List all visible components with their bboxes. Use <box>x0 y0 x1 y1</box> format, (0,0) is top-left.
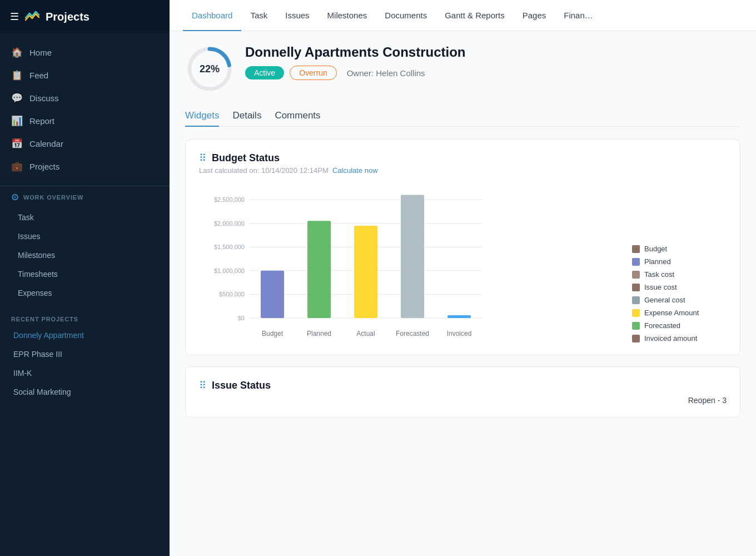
chart-legend: BudgetPlannedTask costIssue costGeneral … <box>632 239 727 342</box>
work-overview-milestones[interactable]: Milestones <box>0 246 170 265</box>
nav-milestones[interactable]: Milestones <box>319 0 376 31</box>
svg-text:$500,000: $500,000 <box>219 291 245 297</box>
main-content: DashboardTaskIssuesMilestonesDocumentsGa… <box>170 0 756 556</box>
nav-task[interactable]: Task <box>241 0 276 31</box>
tab-widgets[interactable]: Widgets <box>185 106 219 127</box>
progress-ring: 22% <box>185 44 234 93</box>
overrun-badge: Overrun <box>290 66 337 80</box>
budget-status-subtitle: Last calculated on: 10/14/2020 12:14PM C… <box>199 166 727 175</box>
sidebar-item-report[interactable]: 📊Report <box>0 110 170 132</box>
work-overview-label: WORK OVERVIEW <box>23 194 83 201</box>
legend-forecasted: Forecasted <box>632 321 727 330</box>
logo-icon <box>24 9 40 24</box>
svg-text:Invoiced: Invoiced <box>447 330 472 337</box>
recent-projects-section: RECENT PROJECTS Donnely AppartmentEPR Ph… <box>0 308 170 401</box>
recent-project-donnely-appartment[interactable]: Donnely Appartment <box>0 326 170 345</box>
work-overview-expenses[interactable]: Expenses <box>0 284 170 302</box>
owner-label: Owner: Helen Collins <box>347 68 425 78</box>
legend-general-cost: General cost <box>632 296 727 304</box>
nav-pages[interactable]: Pages <box>514 0 555 31</box>
sidebar-item-home[interactable]: 🏠Home <box>0 41 170 64</box>
work-overview-header: ⊙ WORK OVERVIEW <box>0 186 170 208</box>
tab-comments[interactable]: Comments <box>275 106 320 127</box>
sidebar: ☰ Projects 🏠Home📋Feed💬Discuss📊Report📅Cal… <box>0 0 170 556</box>
issue-status-header: ⠿ Issue Status <box>199 379 727 391</box>
recent-projects-label: RECENT PROJECTS <box>0 308 170 326</box>
svg-text:Actual: Actual <box>356 330 375 337</box>
budget-status-title: Budget Status <box>212 152 280 164</box>
reopen-label: Reopen - 3 <box>688 396 727 405</box>
issue-status-widget: ⠿ Issue Status Reopen - 3 <box>185 366 740 418</box>
sidebar-item-calendar[interactable]: 📅Calendar <box>0 132 170 155</box>
project-info: Donnelly Apartments Construction Active … <box>245 44 740 80</box>
svg-text:Planned: Planned <box>307 330 331 337</box>
sidebar-item-feed[interactable]: 📋Feed <box>0 64 170 87</box>
legend-expense-amount: Expense Amount <box>632 309 727 317</box>
recent-project-iim-k[interactable]: IIM-K <box>0 364 170 383</box>
svg-text:Budget: Budget <box>262 330 284 337</box>
budget-status-header: ⠿ Budget Status <box>199 152 727 164</box>
sidebar-nav: 🏠Home📋Feed💬Discuss📊Report📅Calendar💼Proje… <box>0 33 170 186</box>
issue-status-title: Issue Status <box>212 380 271 391</box>
svg-text:$1,000,000: $1,000,000 <box>214 267 245 274</box>
sidebar-item-discuss[interactable]: 💬Discuss <box>0 87 170 110</box>
project-header: 22% Donnelly Apartments Construction Act… <box>185 44 740 93</box>
svg-rect-14 <box>261 271 284 318</box>
legend-task-cost: Task cost <box>632 270 727 279</box>
nav-finan[interactable]: Finan… <box>555 0 602 31</box>
nav-documents[interactable]: Documents <box>376 0 436 31</box>
budget-chart-area: $2,500,000$2,000,000$1,500,000$1,000,000… <box>199 185 615 342</box>
budget-chart-container: $2,500,000$2,000,000$1,500,000$1,000,000… <box>199 185 727 342</box>
legend-planned: Planned <box>632 257 727 266</box>
project-title: Donnelly Apartments Construction <box>245 44 740 60</box>
project-badges: Active Overrun Owner: Helen Collins <box>245 66 740 80</box>
legend-issue-cost: Issue cost <box>632 283 727 291</box>
content-area: 22% Donnelly Apartments Construction Act… <box>170 31 756 556</box>
svg-text:$0: $0 <box>238 315 245 321</box>
sub-tabs: Widgets Details Comments <box>185 106 740 127</box>
sidebar-header: ☰ Projects <box>0 0 170 33</box>
nav-gantt-&-reports[interactable]: Gantt & Reports <box>436 0 514 31</box>
active-badge: Active <box>245 66 284 80</box>
svg-text:$2,000,000: $2,000,000 <box>214 220 245 227</box>
svg-text:$2,500,000: $2,500,000 <box>214 196 245 203</box>
svg-rect-20 <box>401 195 424 318</box>
svg-rect-18 <box>354 226 377 318</box>
grid-icon: ⠿ <box>199 152 206 164</box>
hamburger-icon[interactable]: ☰ <box>10 11 19 23</box>
legend-budget: Budget <box>632 245 727 253</box>
legend-invoiced-amount: Invoiced amount <box>632 334 727 342</box>
recent-project-social-marketing[interactable]: Social Marketing <box>0 383 170 401</box>
sidebar-title: Projects <box>46 11 89 23</box>
nav-issues[interactable]: Issues <box>276 0 318 31</box>
calculate-now-link[interactable]: Calculate now <box>332 166 378 175</box>
work-overview-timesheets[interactable]: Timesheets <box>0 265 170 284</box>
nav-dashboard[interactable]: Dashboard <box>183 0 241 31</box>
progress-percent: 22 <box>200 63 211 75</box>
recent-project-epr-phase-iii[interactable]: EPR Phase III <box>0 345 170 364</box>
sidebar-item-projects[interactable]: 💼Projects <box>0 155 170 178</box>
svg-text:Forecasted: Forecasted <box>396 330 429 337</box>
work-overview-issues[interactable]: Issues <box>0 227 170 246</box>
work-overview-task[interactable]: Task <box>0 208 170 227</box>
top-nav: DashboardTaskIssuesMilestonesDocumentsGa… <box>170 0 756 31</box>
svg-rect-22 <box>447 315 471 318</box>
grid-icon-2: ⠿ <box>199 379 206 391</box>
budget-status-widget: ⠿ Budget Status Last calculated on: 10/1… <box>185 139 740 355</box>
svg-text:$1,500,000: $1,500,000 <box>214 244 245 250</box>
svg-rect-16 <box>307 221 331 318</box>
tab-details[interactable]: Details <box>232 106 261 127</box>
circle-up-icon: ⊙ <box>11 192 19 202</box>
